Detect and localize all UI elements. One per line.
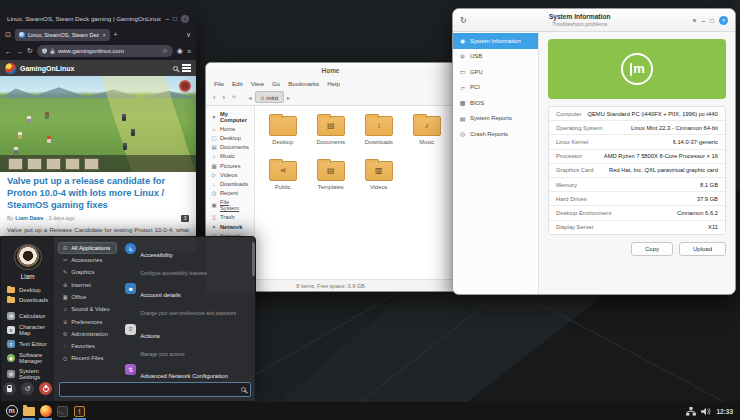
sidebar-item-documents[interactable]: ▤Documents <box>206 143 254 152</box>
url-bar[interactable]: www.gamingonlinux.com ☆ <box>37 45 173 57</box>
task-files[interactable] <box>20 402 37 420</box>
maximize-button[interactable]: □ <box>710 17 714 24</box>
menu-file[interactable]: File <box>214 80 224 87</box>
app-accessibility[interactable]: ♿AccessibilityConfigure accessibility fe… <box>124 241 248 280</box>
sidebar-item-downloads[interactable]: ↓Downloads <box>206 179 254 188</box>
scrollbar[interactable] <box>252 242 255 276</box>
volume-icon[interactable] <box>701 407 711 416</box>
nav-up-button[interactable]: ^ <box>232 93 236 102</box>
menu-fav-software[interactable]: ◆Software Manager <box>1 350 54 366</box>
category-preferences[interactable]: ≣Preferences <box>58 316 117 328</box>
lock-icon[interactable] <box>50 48 55 54</box>
nav-crash-reports[interactable]: ◎Crash Reports <box>453 126 538 142</box>
sidebar-item-home[interactable]: ⌂Home <box>206 124 254 133</box>
menu-fav-settings[interactable]: ⚙System Settings <box>1 366 54 382</box>
category-internet[interactable]: ⊕Internet <box>58 279 117 291</box>
menu-fav-calculator[interactable]: ⊞Calculator <box>1 310 54 322</box>
category-favorites[interactable]: ☆Favorites <box>58 340 117 352</box>
menu-button[interactable]: m <box>3 402 20 420</box>
menu-fav-texteditor[interactable]: ≡Text Editor <box>1 338 54 350</box>
menu-help[interactable]: Help <box>327 80 340 87</box>
folder-downloads[interactable]: ↓Downloads <box>355 116 403 145</box>
task-system-info[interactable]: ! <box>71 402 88 420</box>
folder-public[interactable]: ⋖Public <box>259 161 307 190</box>
menu-fav-charmap[interactable]: aCharacter Map <box>1 322 54 338</box>
menu-icon[interactable]: ≡ <box>187 48 191 55</box>
copy-button[interactable]: Copy <box>631 242 673 256</box>
folder-templates[interactable]: ▤Templates <box>307 161 355 190</box>
sidebar-section-computer[interactable]: ▾My Computer <box>206 109 254 124</box>
file-manager-titlebar[interactable]: Home <box>206 63 455 77</box>
app-account-details[interactable]: ☻Account detailsChange your user prefere… <box>124 281 248 320</box>
maximize-button[interactable]: □ <box>173 15 177 22</box>
refresh-icon[interactable]: ↻ <box>460 16 467 25</box>
menu-view[interactable]: View <box>251 80 264 87</box>
firefox-view-icon[interactable]: ⊡ <box>5 31 11 39</box>
menu-place-downloads[interactable]: Downloads <box>1 295 54 305</box>
nav-bios[interactable]: ▩BIOS <box>453 95 538 111</box>
category-sound-video[interactable]: ♫Sound & Video <box>58 303 117 315</box>
firefox-titlebar[interactable]: Linux, SteamOS, Steam Deck gaming | Gami… <box>0 10 196 27</box>
shutdown-button[interactable] <box>39 382 52 395</box>
sidebar-item-recent[interactable]: ◷Recent <box>206 189 254 198</box>
menu-place-desktop[interactable]: Desktop <box>1 285 54 295</box>
hamburger-icon[interactable] <box>182 64 191 72</box>
task-terminal[interactable]: ›_ <box>54 402 71 420</box>
clock[interactable]: 12:33 <box>716 408 733 415</box>
category-all-applications[interactable]: ⊞All Applications <box>58 242 117 254</box>
system-info-titlebar[interactable]: ↻ System Information Troubleshoot proble… <box>453 9 735 32</box>
search-icon[interactable] <box>173 66 178 71</box>
sidebar-item-pictures[interactable]: ▦Pictures <box>206 161 254 170</box>
close-button[interactable]: × <box>719 16 728 25</box>
shield-icon[interactable] <box>42 48 47 54</box>
sidebar-item-trash[interactable]: ▯Trash <box>206 213 254 222</box>
sidebar-item-filesystem[interactable]: ▣File System <box>206 198 254 213</box>
folder-documents[interactable]: ▤Documents <box>307 116 355 145</box>
site-logo-icon[interactable] <box>5 63 16 74</box>
article-author[interactable]: Liam Dawe <box>15 215 43 221</box>
folder-videos[interactable]: ▥Videos <box>355 161 403 190</box>
new-tab-button[interactable]: + <box>114 31 118 38</box>
article-headline[interactable]: Valve put up a release candidate for Pro… <box>7 176 189 212</box>
app-actions[interactable]: ≡ActionsManage your actions <box>124 322 248 361</box>
nav-usb[interactable]: ψUSB <box>453 49 538 65</box>
nav-system-information[interactable]: ◉System Information <box>453 33 538 49</box>
account-icon[interactable]: ◉ <box>177 47 183 55</box>
active-tab[interactable]: Linux, SteamOS, Steam Dec × <box>15 29 110 41</box>
menu-go[interactable]: Go <box>272 80 280 87</box>
sidebar-item-videos[interactable]: ▷Videos <box>206 170 254 179</box>
minimize-button[interactable]: – <box>701 17 705 24</box>
nav-back-button[interactable]: ‹ <box>213 93 216 102</box>
menu-search-input[interactable] <box>64 387 240 393</box>
folder-desktop[interactable]: Desktop <box>259 116 307 145</box>
app-advanced-network[interactable]: ⇅Advanced Network ConfigurationManage an… <box>124 362 248 380</box>
comment-count-badge[interactable]: 3 <box>181 215 189 222</box>
forward-button[interactable]: → <box>16 48 23 55</box>
folder-music[interactable]: ♪Music <box>403 116 451 145</box>
crumb-left-icon[interactable]: ◂ <box>247 94 254 101</box>
logout-button[interactable]: ↺ <box>21 382 34 395</box>
category-administration[interactable]: ⚙Administration <box>58 328 117 340</box>
back-button[interactable]: ← <box>5 48 12 55</box>
reload-button[interactable]: ↻ <box>27 47 33 55</box>
bookmark-star-icon[interactable]: ☆ <box>162 47 168 55</box>
nav-system-reports[interactable]: ▤System Reports <box>453 111 538 127</box>
breadcrumb[interactable]: ⌂ mint <box>255 91 284 103</box>
menu-edit[interactable]: Edit <box>232 80 243 87</box>
menu-bookmarks[interactable]: Bookmarks <box>288 80 319 87</box>
tab-list-button[interactable]: ∨ <box>186 31 191 39</box>
avatar[interactable] <box>14 244 42 270</box>
article-image[interactable] <box>0 76 196 172</box>
network-icon[interactable] <box>686 407 696 416</box>
nav-forward-button[interactable]: › <box>223 93 226 102</box>
sidebar-section-network[interactable]: ▾Network <box>206 222 254 231</box>
hamburger-menu-icon[interactable]: ≡ <box>693 17 697 24</box>
category-office[interactable]: ▣Office <box>58 291 117 303</box>
sidebar-item-music[interactable]: ♪Music <box>206 152 254 161</box>
crumb-right-icon[interactable]: ▸ <box>285 94 292 101</box>
close-button[interactable]: × <box>181 15 189 23</box>
task-firefox[interactable] <box>37 402 54 420</box>
tab-close-icon[interactable]: × <box>102 32 105 38</box>
category-graphics[interactable]: ✎Graphics <box>58 267 117 279</box>
lock-button[interactable] <box>3 382 16 395</box>
